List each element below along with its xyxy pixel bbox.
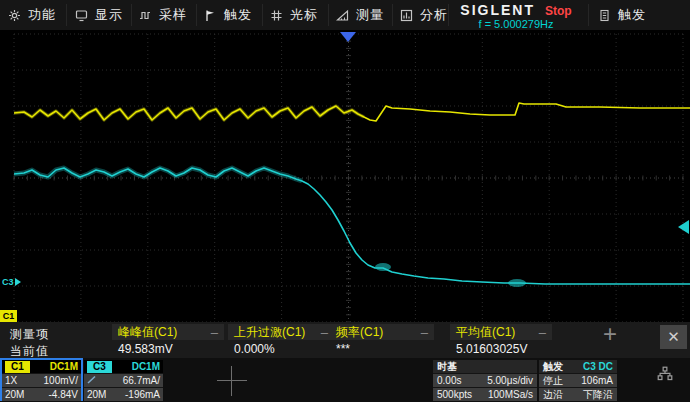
brand-status-block: SIGLENT Stop f = 5.000279Hz bbox=[452, 0, 580, 30]
menu-separator bbox=[196, 4, 197, 26]
bandwidth-label: 20M bbox=[5, 389, 24, 400]
trigger-state: 停止 bbox=[543, 374, 563, 388]
menu-separator bbox=[588, 4, 589, 26]
coupling-label: DC1M bbox=[50, 361, 78, 372]
top-menu-bar: 功能 显示 采样 触发 光标 测量 分析 bbox=[0, 0, 690, 31]
menu-item-trigger[interactable]: 触发 bbox=[204, 0, 252, 30]
offset-label: -196mA bbox=[125, 389, 160, 400]
list-icon bbox=[598, 9, 611, 22]
measurement-value-pkpk: 49.583mV bbox=[118, 342, 173, 356]
measurement-value-mean: 5.01603025V bbox=[456, 342, 527, 356]
timebase-title: 时基 bbox=[437, 360, 457, 374]
trigger-box[interactable]: 触发 C3 DC 停止 106mA 边沿 下降沿 bbox=[539, 360, 617, 399]
measurement-item-overshoot[interactable]: 上升过激(C1) – bbox=[228, 324, 334, 340]
trigger-title: 触发 bbox=[543, 360, 563, 374]
timebase-delay: 0.00s bbox=[437, 375, 461, 386]
menu-separator bbox=[328, 4, 329, 26]
menu-item-display[interactable]: 显示 bbox=[75, 0, 123, 30]
measurement-value-overshoot: 0.000% bbox=[234, 342, 275, 356]
waveform-display[interactable] bbox=[0, 30, 690, 322]
analyze-icon bbox=[400, 9, 413, 22]
channel-id-badge: C3 bbox=[87, 361, 112, 373]
display-icon bbox=[75, 9, 88, 22]
bottom-status-bar: C1 DC1M 1X 100mV/ 20M -4.84V C3 DC1M 66.… bbox=[0, 358, 690, 402]
trigger-source: C3 DC bbox=[583, 361, 613, 372]
menu-item-cursor[interactable]: 光标 bbox=[270, 0, 318, 30]
collapse-icon[interactable]: – bbox=[321, 325, 328, 340]
collapse-icon[interactable]: – bbox=[421, 325, 428, 340]
menu-item-acquire[interactable]: 采样 bbox=[139, 0, 187, 30]
collapse-icon[interactable]: – bbox=[211, 325, 218, 340]
measurement-item-mean[interactable]: 平均值(C1) – bbox=[450, 324, 552, 340]
timebase-box[interactable]: 时基 0.00s 5.00μs/div 500kpts 100MSa/s bbox=[433, 360, 537, 399]
menu-separator bbox=[66, 4, 67, 26]
menu-item-analyze[interactable]: 分析 bbox=[400, 0, 448, 30]
menu-item-label: 分析 bbox=[420, 6, 448, 24]
trigger-position-marker[interactable] bbox=[340, 32, 356, 42]
measurement-item-pkpk[interactable]: 峰峰值(C1) – bbox=[112, 324, 224, 340]
right-arrow-icon bbox=[15, 278, 21, 286]
menu-separator bbox=[392, 4, 393, 26]
gear-icon bbox=[8, 9, 21, 22]
network-icon[interactable] bbox=[657, 366, 673, 386]
menu-item-function[interactable]: 功能 bbox=[8, 0, 56, 30]
crosshair-icon bbox=[217, 366, 247, 396]
sample-rate: 100MSa/s bbox=[488, 389, 533, 400]
menu-item-label: 光标 bbox=[290, 6, 318, 24]
siglent-logo: SIGLENT bbox=[460, 2, 535, 18]
measurement-item-frequency[interactable]: 频率(C1) – bbox=[330, 324, 434, 340]
run-state-indicator[interactable]: Stop bbox=[545, 4, 572, 18]
timebase-scale: 5.00μs/div bbox=[487, 375, 533, 386]
sample-icon bbox=[139, 9, 152, 22]
menu-item-label: 功能 bbox=[28, 6, 56, 24]
memory-depth: 500kpts bbox=[437, 389, 472, 400]
probe-icon bbox=[87, 375, 97, 386]
trigger-frequency-readout: f = 5.000279Hz bbox=[452, 18, 580, 30]
bandwidth-label: 20M bbox=[87, 389, 106, 400]
trigger-slope: 下降沿 bbox=[583, 388, 613, 402]
channel-box-c3[interactable]: C3 DC1M 66.7mA/ 20M -196mA bbox=[84, 360, 163, 399]
measurement-row-label: 测量项 bbox=[10, 326, 49, 343]
menu-separator bbox=[131, 4, 132, 26]
vertical-scale-label: 100mV/ bbox=[44, 375, 78, 386]
menu-item-label: 触发 bbox=[618, 6, 646, 24]
close-measurements-button[interactable]: ✕ bbox=[660, 325, 687, 349]
cursor-icon bbox=[270, 9, 283, 22]
trigger-level: 106mA bbox=[581, 375, 613, 386]
menu-item-trigger-panel[interactable]: 触发 bbox=[598, 0, 646, 30]
menu-item-label: 测量 bbox=[356, 6, 384, 24]
menu-item-label: 显示 bbox=[95, 6, 123, 24]
channel-id-badge: C1 bbox=[5, 361, 30, 373]
oscilloscope-screen: 功能 显示 采样 触发 光标 测量 分析 bbox=[0, 0, 690, 402]
trigger-type: 边沿 bbox=[543, 388, 563, 402]
channel-box-c1[interactable]: C1 DC1M 1X 100mV/ 20M -4.84V bbox=[2, 360, 81, 399]
collapse-icon[interactable]: – bbox=[539, 325, 546, 340]
add-measurement-button[interactable]: + bbox=[598, 323, 622, 347]
measure-icon bbox=[336, 9, 349, 22]
menu-separator bbox=[448, 4, 449, 26]
trigger-flag-icon bbox=[204, 9, 217, 22]
menu-item-label: 触发 bbox=[224, 6, 252, 24]
vertical-scale-label: 66.7mA/ bbox=[123, 375, 160, 386]
attenuation-label: 1X bbox=[5, 375, 17, 386]
c1-channel-offset-marker[interactable]: C1 bbox=[0, 310, 17, 322]
offset-label: -4.84V bbox=[49, 389, 78, 400]
c3-channel-offset-marker[interactable]: C3 bbox=[2, 277, 21, 287]
menu-separator bbox=[262, 4, 263, 26]
measurement-panel: 测量项 当前值 峰峰值(C1) – 上升过激(C1) – 频率(C1) – 平均… bbox=[0, 322, 690, 359]
menu-item-label: 采样 bbox=[159, 6, 187, 24]
coupling-label: DC1M bbox=[132, 361, 160, 372]
measurement-value-frequency: *** bbox=[336, 342, 350, 356]
menu-item-measure[interactable]: 测量 bbox=[336, 0, 384, 30]
